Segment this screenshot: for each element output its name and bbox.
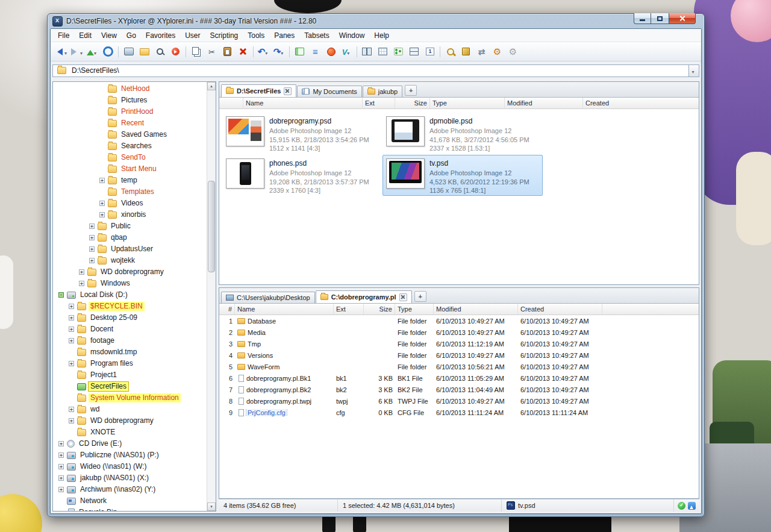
redo-button[interactable]	[272, 45, 287, 59]
tree-item-label[interactable]: jakubp (\\NAS01) (X:)	[78, 474, 151, 483]
tree-expander-icon[interactable]: +	[99, 178, 105, 183]
live-filter-button[interactable]	[152, 45, 167, 59]
tree-item-label[interactable]: Searches	[119, 142, 154, 151]
tree-expander-icon[interactable]: +	[89, 258, 95, 263]
column-header[interactable]: #	[219, 304, 235, 315]
tree-item-label[interactable]: PrintHood	[119, 107, 155, 116]
tree-item[interactable]: Project1	[53, 369, 207, 381]
single-pane-button[interactable]	[422, 45, 437, 59]
tree-item-label[interactable]: Archiwum (\\nas02) (Y:)	[78, 485, 157, 494]
queue-status-icon[interactable]	[688, 502, 696, 510]
tree-item-label[interactable]: WD dobreprogramy	[89, 416, 155, 425]
menu-panes[interactable]: Panes	[269, 30, 299, 41]
tree-item[interactable]: + Docent	[53, 324, 207, 335]
go-to-button[interactable]	[168, 45, 183, 59]
tree-expander-icon[interactable]: +	[69, 407, 74, 412]
tree-expander-icon[interactable]: +	[89, 235, 95, 240]
address-bar[interactable]: D:\SecretFiles\	[52, 64, 688, 77]
tree-item[interactable]: Start Menu	[53, 163, 207, 175]
tree-item[interactable]: msdownld.tmp	[53, 346, 207, 358]
horizontal-panes-button[interactable]	[407, 45, 422, 59]
tree-item-label[interactable]: Windows	[99, 279, 132, 288]
column-header[interactable]: Name	[243, 98, 363, 108]
file-name-cell[interactable]: Media	[235, 329, 334, 336]
tree-item[interactable]: System Volume Information	[53, 392, 207, 404]
scroll-up-icon[interactable]	[207, 82, 216, 90]
back-button[interactable]	[54, 45, 69, 59]
column-header[interactable]	[219, 98, 243, 108]
tree-item-label[interactable]: $RECYCLE.BIN	[89, 302, 145, 311]
forward-button[interactable]	[69, 45, 84, 59]
tree-expander-icon[interactable]: +	[58, 464, 64, 469]
tree-item[interactable]: + UpdatusUser	[53, 243, 207, 255]
tree-expander-icon[interactable]: +	[58, 441, 64, 446]
file-name[interactable]: Versions	[248, 352, 273, 359]
file-name-cell[interactable]: dobreprogramy.pl.Bk2	[235, 386, 334, 393]
file-row[interactable]: 5 WaveForm File folder 6/10/2013 10:56:2…	[219, 361, 699, 372]
scroll-down-icon[interactable]	[207, 502, 216, 511]
dropdown-arrow-icon[interactable]	[281, 46, 285, 57]
tree-expander-icon[interactable]: +	[79, 281, 84, 286]
dropdown-arrow-icon[interactable]	[347, 46, 351, 57]
tab-close-icon[interactable]	[284, 87, 292, 95]
file-name[interactable]: PrjConfig.cfg	[246, 409, 287, 416]
tree-item[interactable]: + WD dobreprogramy	[53, 415, 207, 427]
file-name[interactable]: Database	[248, 318, 276, 325]
tree-item-label[interactable]: Program files	[89, 359, 135, 368]
tree-item[interactable]: + footage	[53, 335, 207, 346]
tree-item-label[interactable]: UpdatusUser	[109, 245, 155, 254]
tree-item-label[interactable]: Desktop 25-09	[89, 313, 139, 322]
tree-item-label[interactable]: Recent	[119, 119, 146, 128]
address-dropdown-button[interactable]	[688, 64, 699, 77]
favorites-button[interactable]	[323, 45, 339, 59]
column-header[interactable]: Modified	[505, 98, 583, 108]
tree-expander-icon[interactable]: +	[99, 212, 105, 217]
column-header[interactable]: Ext	[334, 304, 364, 315]
file-name-cell[interactable]: Tmp	[235, 340, 334, 348]
tree-item[interactable]: + xinorbis	[53, 209, 207, 221]
tree-item[interactable]: + Windows	[53, 278, 207, 289]
tree-item[interactable]: SendTo	[53, 152, 207, 163]
cut-button[interactable]	[204, 45, 219, 59]
tree-item-label[interactable]: Templates	[119, 187, 156, 196]
tree-expander-icon[interactable]: +	[58, 475, 64, 481]
tree-expander-icon[interactable]: +	[69, 304, 74, 309]
undo-button[interactable]	[256, 45, 271, 59]
tree-item[interactable]: Templates	[53, 186, 207, 198]
tree-item[interactable]: Recent	[53, 117, 207, 129]
file-item[interactable]: dobreprogramy.psd Adobe Photoshop Image …	[222, 113, 382, 154]
tree-item[interactable]: + qbap	[53, 232, 207, 243]
delete-button[interactable]	[236, 45, 251, 59]
file-item[interactable]: tv.psd Adobe Photoshop Image 12 4,523 KB…	[382, 155, 543, 196]
tree-item-label[interactable]: Project1	[89, 371, 119, 380]
tree-expander-icon[interactable]: +	[69, 361, 74, 366]
tree-item-label[interactable]: Recycle Bin	[77, 508, 119, 511]
tree-expander-icon[interactable]: +	[69, 327, 74, 332]
tree-item-label[interactable]: WD dobreprogramy	[99, 268, 166, 277]
file-name-cell[interactable]: Database	[235, 318, 334, 325]
sync-button[interactable]	[474, 45, 489, 59]
tree-item[interactable]: PrintHood	[53, 106, 207, 117]
tree-item-label[interactable]: msdownld.tmp	[89, 348, 139, 357]
file-tab[interactable]: C:\Users\jakubp\Desktop	[221, 292, 315, 303]
address-path[interactable]: D:\SecretFiles\	[72, 66, 119, 75]
tree-item[interactable]: Recycle Bin	[53, 507, 207, 511]
dual-pane-button[interactable]	[360, 45, 375, 59]
show-tree-button[interactable]	[391, 45, 406, 59]
new-tab-button[interactable]: +	[414, 291, 426, 302]
tree-item[interactable]: + CD Drive (E:)	[53, 438, 207, 449]
file-name[interactable]: Tmp	[248, 340, 261, 348]
tree-item[interactable]: Network	[53, 495, 207, 507]
menu-window[interactable]: Window	[334, 30, 370, 41]
file-name[interactable]: dobreprogramy.psd	[269, 117, 369, 125]
tree-item-label[interactable]: xinorbis	[119, 210, 148, 219]
minimize-button[interactable]	[634, 13, 651, 24]
ok-status-icon[interactable]	[678, 502, 685, 510]
tree-item[interactable]: + WD dobreprogramy	[53, 266, 207, 278]
tree-item-label[interactable]: Start Menu	[119, 164, 158, 174]
column-header[interactable]: Size	[364, 304, 395, 315]
file-name[interactable]: dobreprogramy.pl.Bk1	[246, 375, 311, 382]
file-tab[interactable]: My Documents	[297, 86, 361, 97]
tree-expander-icon[interactable]: +	[89, 224, 95, 229]
hotlist-button[interactable]	[101, 45, 116, 59]
